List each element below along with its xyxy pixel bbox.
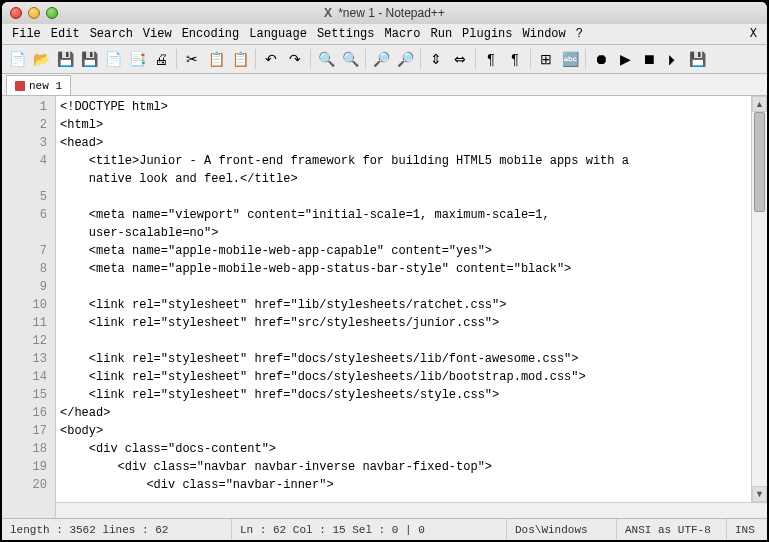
line-number: 12	[2, 332, 47, 350]
stop-icon[interactable]: ⏹	[638, 48, 660, 70]
save-icon[interactable]: 💾	[54, 48, 76, 70]
code-line[interactable]: <link rel="stylesheet" href="docs/styles…	[60, 368, 763, 386]
find-icon[interactable]: 🔍	[315, 48, 337, 70]
undo-icon[interactable]: ↶	[260, 48, 282, 70]
print-icon[interactable]: 🖨	[150, 48, 172, 70]
paste-icon[interactable]: 📋	[229, 48, 251, 70]
menu-search[interactable]: Search	[86, 25, 137, 43]
zoom-window-button[interactable]	[46, 7, 58, 19]
save-macro-icon[interactable]: 💾	[686, 48, 708, 70]
menu-edit[interactable]: Edit	[47, 25, 84, 43]
code-line[interactable]: <body>	[60, 422, 763, 440]
scroll-down-icon[interactable]: ▼	[752, 486, 767, 502]
scroll-thumb[interactable]	[754, 112, 765, 212]
line-number: 4	[2, 152, 47, 170]
scroll-up-icon[interactable]: ▲	[752, 96, 767, 112]
redo-icon[interactable]: ↷	[284, 48, 306, 70]
menu-view[interactable]: View	[139, 25, 176, 43]
code-line[interactable]: <html>	[60, 116, 763, 134]
line-number: 20	[2, 476, 47, 494]
language-icon[interactable]: 🔤	[559, 48, 581, 70]
code-line[interactable]	[60, 188, 763, 206]
new-file-icon[interactable]: 📄	[6, 48, 28, 70]
minimize-window-button[interactable]	[28, 7, 40, 19]
code-line[interactable]	[60, 278, 763, 296]
line-number: 5	[2, 188, 47, 206]
vertical-scrollbar[interactable]: ▲ ▼	[751, 96, 767, 502]
sync-v-icon[interactable]: ⇕	[425, 48, 447, 70]
editor: 1234567891011121314151617181920 <!DOCTYP…	[2, 96, 767, 518]
menu-x[interactable]: X	[746, 25, 761, 43]
code-line[interactable]: <link rel="stylesheet" href="docs/styles…	[60, 386, 763, 404]
sync-h-icon[interactable]: ⇔	[449, 48, 471, 70]
open-file-icon[interactable]: 📂	[30, 48, 52, 70]
menu-window[interactable]: Window	[519, 25, 570, 43]
menu-help[interactable]: ?	[572, 25, 587, 43]
menu-settings[interactable]: Settings	[313, 25, 379, 43]
code-line[interactable]: user-scalable=no">	[60, 224, 763, 242]
wrap-icon[interactable]: ¶	[480, 48, 502, 70]
line-number: 11	[2, 314, 47, 332]
line-number: 13	[2, 350, 47, 368]
document-tab[interactable]: new 1	[6, 75, 71, 95]
menu-language[interactable]: Language	[245, 25, 311, 43]
traffic-lights	[10, 7, 58, 19]
horizontal-scrollbar[interactable]	[56, 502, 767, 518]
menubar: File Edit Search View Encoding Language …	[2, 24, 767, 44]
line-number: 10	[2, 296, 47, 314]
status-mode: INS	[727, 519, 767, 540]
code-line[interactable]: <div class="docs-content">	[60, 440, 763, 458]
toolbar: 📄📂💾💾📄📑🖨✂📋📋↶↷🔍🔍🔎🔎⇕⇔¶¶⊞🔤⏺▶⏹⏵💾	[2, 44, 767, 74]
copy-icon[interactable]: 📋	[205, 48, 227, 70]
menu-encoding[interactable]: Encoding	[178, 25, 244, 43]
zoom-in-icon[interactable]: 🔎	[370, 48, 392, 70]
titlebar[interactable]: X *new 1 - Notepad++	[2, 2, 767, 24]
indent-guide-icon[interactable]: ⊞	[535, 48, 557, 70]
code-line[interactable]: <link rel="stylesheet" href="lib/stylesh…	[60, 296, 763, 314]
tabbar: new 1	[2, 74, 767, 96]
code-line[interactable]: <link rel="stylesheet" href="src/stylesh…	[60, 314, 763, 332]
code-line[interactable]: <!DOCTYPE html>	[60, 98, 763, 116]
window-title-text: *new 1 - Notepad++	[338, 6, 445, 20]
line-number: 15	[2, 386, 47, 404]
line-number: 18	[2, 440, 47, 458]
line-number: 8	[2, 260, 47, 278]
app-window: X *new 1 - Notepad++ File Edit Search Vi…	[2, 2, 767, 540]
code-line[interactable]: <meta name="apple-mobile-web-app-capable…	[60, 242, 763, 260]
close-window-button[interactable]	[10, 7, 22, 19]
menu-run[interactable]: Run	[427, 25, 457, 43]
code-area[interactable]: <!DOCTYPE html><html><head> <title>Junio…	[56, 96, 767, 518]
playback-icon[interactable]: ⏵	[662, 48, 684, 70]
code-line[interactable]: </head>	[60, 404, 763, 422]
code-line[interactable]: <div class="navbar navbar-inverse navbar…	[60, 458, 763, 476]
save-all-icon[interactable]: 💾	[78, 48, 100, 70]
line-gutter: 1234567891011121314151617181920	[2, 96, 56, 518]
code-line[interactable]: <title>Junior - A front-end framework fo…	[60, 152, 763, 170]
replace-icon[interactable]: 🔍	[339, 48, 361, 70]
line-number: 2	[2, 116, 47, 134]
close-icon[interactable]: 📄	[102, 48, 124, 70]
line-number: 7	[2, 242, 47, 260]
code-line[interactable]: native look and feel.</title>	[60, 170, 763, 188]
code-line[interactable]: <meta name="apple-mobile-web-app-status-…	[60, 260, 763, 278]
all-chars-icon[interactable]: ¶	[504, 48, 526, 70]
code-line[interactable]: <meta name="viewport" content="initial-s…	[60, 206, 763, 224]
menu-macro[interactable]: Macro	[380, 25, 424, 43]
line-number: 6	[2, 206, 47, 224]
cut-icon[interactable]: ✂	[181, 48, 203, 70]
status-encoding: ANSI as UTF-8	[617, 519, 727, 540]
code-line[interactable]: <link rel="stylesheet" href="docs/styles…	[60, 350, 763, 368]
status-position: Ln : 62 Col : 15 Sel : 0 | 0	[232, 519, 507, 540]
close-all-icon[interactable]: 📑	[126, 48, 148, 70]
code-line[interactable]	[60, 332, 763, 350]
menu-file[interactable]: File	[8, 25, 45, 43]
code-line[interactable]: <head>	[60, 134, 763, 152]
zoom-out-icon[interactable]: 🔎	[394, 48, 416, 70]
status-eol: Dos\Windows	[507, 519, 617, 540]
play-icon[interactable]: ▶	[614, 48, 636, 70]
line-number: 17	[2, 422, 47, 440]
record-icon[interactable]: ⏺	[590, 48, 612, 70]
code-line[interactable]: <div class="navbar-inner">	[60, 476, 763, 494]
menu-plugins[interactable]: Plugins	[458, 25, 516, 43]
line-number: 9	[2, 278, 47, 296]
